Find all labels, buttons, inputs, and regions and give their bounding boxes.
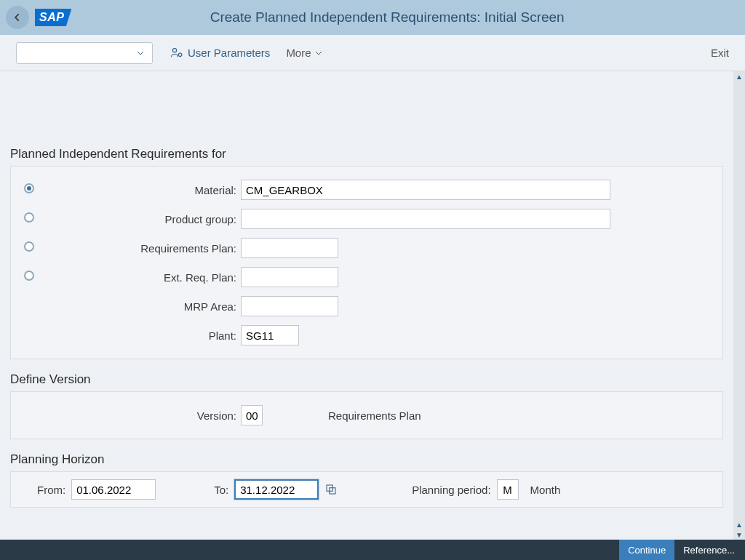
radio-product-group[interactable] <box>24 212 34 223</box>
product-group-input[interactable] <box>241 209 610 229</box>
scroll-down-arrow[interactable]: ▼ <box>733 529 745 540</box>
group-version: Version: Requirements Plan <box>10 391 723 439</box>
group-pir: Material: Product group: Requirements Pl… <box>10 166 723 359</box>
group-horizon: From: To: Planning period: M Month <box>10 471 723 508</box>
continue-button[interactable]: Continue <box>619 540 674 560</box>
ext-req-plan-label: Ext. Req. Plan: <box>41 271 241 284</box>
reference-button[interactable]: Reference... <box>674 540 744 560</box>
mrp-area-input[interactable] <box>241 296 338 316</box>
requirements-plan-label: Requirements Plan: <box>41 242 241 255</box>
radio-ext-req-plan[interactable] <box>24 271 34 281</box>
requirements-plan-input[interactable] <box>241 238 338 258</box>
exit-button[interactable]: Exit <box>711 47 729 59</box>
more-button[interactable]: More <box>286 47 322 59</box>
section-title-version: Define Version <box>10 372 723 387</box>
scroll-up-arrow[interactable]: ▲ <box>733 71 745 81</box>
planning-period-label: Planning period: <box>412 484 490 496</box>
app-header: SAP Create Planned Independent Requireme… <box>0 0 745 35</box>
scroll-up-arrow-2[interactable]: ▲ <box>733 519 745 529</box>
sap-logo: SAP <box>35 9 71 26</box>
content-area: Planned Independent Requirements for Mat… <box>0 71 733 540</box>
radio-material[interactable] <box>24 183 34 193</box>
user-settings-icon <box>170 47 183 60</box>
material-label: Material: <box>41 184 241 196</box>
radio-requirements-plan[interactable] <box>24 241 34 252</box>
to-label: To: <box>214 484 228 496</box>
page-title: Create Planned Independent Requirements:… <box>71 9 703 25</box>
version-label: Version: <box>41 409 241 422</box>
ext-req-plan-input[interactable] <box>241 267 338 287</box>
svg-point-0 <box>172 48 176 52</box>
value-help-icon <box>324 483 338 496</box>
vertical-scrollbar[interactable]: ▲ ▲ ▼ <box>733 71 745 540</box>
chevron-down-icon <box>314 49 323 57</box>
footer-bar: Continue Reference... <box>0 540 745 560</box>
requirements-plan-text: Requirements Plan <box>306 409 421 422</box>
user-parameters-button[interactable]: User Parameters <box>170 47 270 60</box>
material-input[interactable] <box>241 180 610 200</box>
plant-label: Plant: <box>41 329 241 342</box>
value-help-button[interactable] <box>323 481 339 497</box>
mrp-area-label: MRP Area: <box>41 300 241 313</box>
toolbar: User Parameters More Exit <box>0 35 745 71</box>
planning-period-text: Month <box>530 484 561 496</box>
section-title-horizon: Planning Horizon <box>10 452 723 467</box>
chevron-left-icon <box>12 12 23 23</box>
from-date-input[interactable] <box>71 479 156 500</box>
product-group-label: Product group: <box>41 213 241 225</box>
svg-point-1 <box>178 53 182 57</box>
from-label: From: <box>37 484 65 496</box>
to-date-input[interactable] <box>234 479 319 500</box>
section-title-pir: Planned Independent Requirements for <box>10 147 723 161</box>
chevron-down-icon <box>136 49 145 57</box>
version-input[interactable] <box>241 405 263 425</box>
more-label: More <box>286 47 311 59</box>
command-dropdown[interactable] <box>16 42 153 64</box>
user-parameters-label: User Parameters <box>188 47 270 59</box>
planning-period-input[interactable]: M <box>497 479 519 500</box>
plant-input[interactable] <box>241 325 299 345</box>
back-button[interactable] <box>6 6 29 29</box>
